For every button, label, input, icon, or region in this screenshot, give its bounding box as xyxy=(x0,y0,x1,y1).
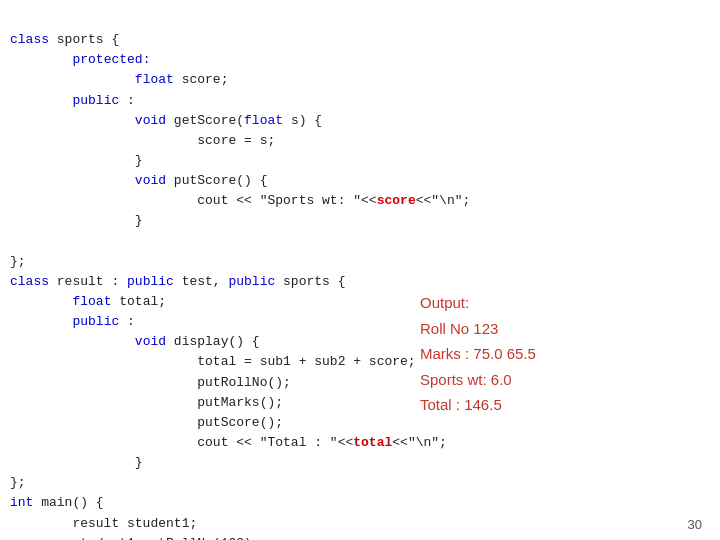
code-line-blank xyxy=(10,234,18,249)
code-line-19: putScore(); xyxy=(10,415,283,430)
code-line-13: float total; xyxy=(10,294,166,309)
code-line-18: putMarks(); xyxy=(10,395,283,410)
code-line-25: student1.getRollNo(123); xyxy=(10,536,260,540)
code-line-6: score = s; xyxy=(10,133,275,148)
code-line-11: }; xyxy=(10,254,26,269)
code-line-9: cout << "Sports wt: "<<score<<"\n"; xyxy=(10,193,470,208)
code-line-1: class sports { xyxy=(10,32,119,47)
output-line-1: Roll No 123 xyxy=(420,316,536,342)
code-line-14: public : xyxy=(10,314,135,329)
code-line-22: }; xyxy=(10,475,26,490)
code-line-12: class result : public test, public sport… xyxy=(10,274,345,289)
code-block: class sports { protected: float score; p… xyxy=(10,10,470,540)
code-line-2: protected: xyxy=(10,52,150,67)
code-line-21: } xyxy=(10,455,143,470)
code-line-4: public : xyxy=(10,93,135,108)
code-line-7: } xyxy=(10,153,143,168)
output-section: Output: Roll No 123 Marks : 75.0 65.5 Sp… xyxy=(420,290,536,418)
output-line-2: Marks : 75.0 65.5 xyxy=(420,341,536,367)
code-line-24: result student1; xyxy=(10,516,197,531)
page-number: 30 xyxy=(688,517,702,532)
code-line-8: void putScore() { xyxy=(10,173,267,188)
output-label: Output: xyxy=(420,290,536,316)
output-line-4: Total : 146.5 xyxy=(420,392,536,418)
output-line-3: Sports wt: 6.0 xyxy=(420,367,536,393)
code-line-10: } xyxy=(10,213,143,228)
code-line-17: putRollNo(); xyxy=(10,375,291,390)
code-line-20: cout << "Total : "<<total<<"\n"; xyxy=(10,435,447,450)
code-line-23: int main() { xyxy=(10,495,104,510)
code-line-16: total = sub1 + sub2 + score; xyxy=(10,354,416,369)
code-line-3: float score; xyxy=(10,72,228,87)
code-line-15: void display() { xyxy=(10,334,260,349)
code-line-5: void getScore(float s) { xyxy=(10,113,322,128)
